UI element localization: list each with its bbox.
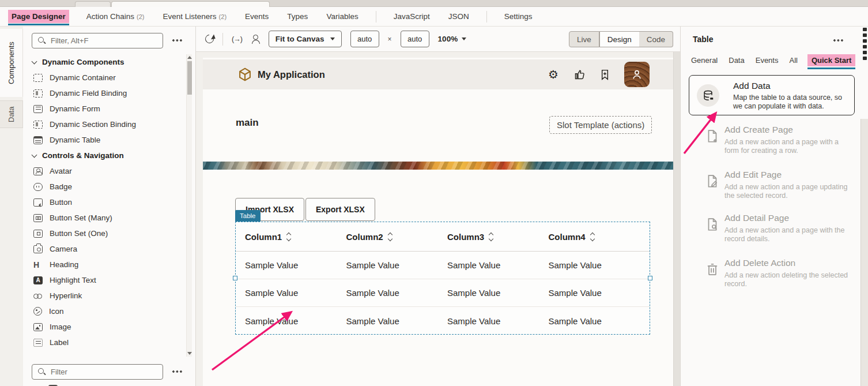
button-set-many-icon (33, 214, 43, 222)
table-header-row: Column1 Column2 Column3 Column4 (236, 222, 650, 252)
structure-filter-input[interactable] (51, 368, 149, 376)
tab-javascript[interactable]: JavaScript (393, 10, 431, 23)
inspector-scrollbar[interactable] (861, 119, 868, 386)
canvas-height-input[interactable] (401, 31, 429, 47)
app-header-bar[interactable]: My Application ⚙ (203, 59, 673, 89)
live-preview-icon[interactable] (232, 35, 242, 43)
section-dynamic-components[interactable]: Dynamic Components (23, 54, 188, 70)
component-dynamic-section-binding[interactable]: Dynamic Section Binding (23, 117, 188, 132)
edit-page-icon (705, 174, 720, 189)
zoom-dropdown[interactable]: 100% (438, 35, 467, 43)
thumbs-up-icon[interactable] (573, 69, 586, 81)
tab-page-designer[interactable]: Page Designer (8, 10, 69, 23)
column-header[interactable]: Column1 (245, 232, 346, 242)
palette-scrollbar[interactable] (186, 54, 192, 357)
table-row[interactable]: Sample ValueSample ValueSample ValueSamp… (236, 252, 650, 279)
table-row[interactable]: Sample ValueSample ValueSample ValueSamp… (236, 279, 650, 307)
column-header[interactable]: Column3 (447, 232, 549, 242)
user-avatar[interactable] (624, 62, 650, 87)
inspector-tab-quick-start[interactable]: Quick Start (807, 54, 855, 66)
tab-events[interactable]: Events (244, 10, 270, 23)
palette-filter[interactable] (32, 33, 163, 48)
inspector-tab-data[interactable]: Data (727, 54, 745, 66)
mode-code-button[interactable]: Code (639, 31, 673, 47)
tab-settings[interactable]: Settings (503, 10, 534, 23)
inspector-tab-events[interactable]: Events (754, 54, 780, 66)
canvas-toolbar: Fit to Canvas × 100% Live Design Code (196, 27, 680, 52)
selection-handle-right[interactable] (648, 276, 652, 280)
page-heading[interactable]: main (236, 117, 259, 129)
component-image[interactable]: Image (23, 319, 188, 335)
component-button-set-one[interactable]: Button Set (One) (23, 226, 188, 241)
tab-event-listeners[interactable]: Event Listeners(2) (162, 10, 228, 23)
rail-tab-data[interactable]: Data (0, 100, 23, 128)
scroll-down-icon[interactable] (187, 352, 192, 355)
selection-tag: Table (235, 210, 261, 222)
bookmark-icon[interactable] (599, 69, 611, 81)
table-component[interactable]: Column1 Column2 Column3 Column4 Sample V… (235, 222, 650, 335)
tab-action-chains[interactable]: Action Chains(2) (85, 10, 146, 23)
property-inspector: Table General Data Events All Quick Star… (680, 27, 868, 386)
tab-count: (2) (219, 13, 227, 21)
search-icon (37, 368, 46, 376)
component-dynamic-field-binding[interactable]: Dynamic Field Binding (23, 85, 188, 101)
scroll-up-icon[interactable] (187, 56, 192, 59)
fit-to-canvas-dropdown[interactable]: Fit to Canvas (269, 31, 342, 47)
slot-template-actions[interactable]: Slot Template (actions) (549, 116, 652, 134)
canvas-width-input[interactable] (350, 31, 379, 47)
sort-icon[interactable] (388, 233, 392, 241)
column-header[interactable]: Column4 (549, 232, 650, 242)
mode-live-button[interactable]: Live (569, 31, 599, 47)
designed-page[interactable]: My Application ⚙ main Slot Template (act… (203, 58, 673, 386)
component-button-set-many[interactable]: Button Set (Many) (23, 210, 188, 226)
refresh-icon[interactable] (203, 33, 216, 45)
left-rail: Components Data (0, 27, 23, 386)
structure-overflow-menu-icon[interactable] (172, 370, 183, 373)
structure-item-clipped[interactable] (23, 381, 188, 386)
tab-types[interactable]: Types (286, 10, 309, 23)
sort-icon[interactable] (489, 233, 493, 241)
inspector-tab-all[interactable]: All (788, 54, 798, 66)
component-icon[interactable]: Icon (23, 303, 188, 319)
export-xlsx-button[interactable]: Export XLSX (305, 198, 375, 221)
chevron-down-icon (462, 38, 466, 40)
gear-icon[interactable]: ⚙ (548, 69, 560, 81)
section-controls-navigation[interactable]: Controls & Navigation (23, 148, 188, 163)
tab-variables[interactable]: Variables (325, 10, 359, 23)
component-avatar[interactable]: Avatar (23, 163, 188, 179)
sort-icon[interactable] (591, 233, 594, 241)
chevron-down-icon (330, 38, 335, 40)
component-highlight-text[interactable]: Highlight Text (23, 272, 188, 288)
table-row[interactable]: Sample ValueSample ValueSample ValueSamp… (236, 307, 650, 335)
column-header[interactable]: Column2 (346, 232, 448, 242)
document-tab-partial[interactable] (75, 1, 111, 7)
user-context-icon[interactable] (251, 35, 260, 44)
palette-overflow-menu-icon[interactable] (172, 39, 183, 42)
mode-design-button[interactable]: Design (599, 31, 639, 47)
inspector-tab-general[interactable]: General (690, 54, 719, 66)
component-button[interactable]: Button (23, 194, 188, 210)
inspector-overflow-menu-icon[interactable] (833, 39, 844, 42)
component-dynamic-container[interactable]: Dynamic Container (23, 70, 188, 85)
scrollbar-thumb[interactable] (187, 61, 192, 95)
component-dynamic-form[interactable]: Dynamic Form (23, 101, 188, 117)
document-tab-active[interactable] (111, 1, 270, 7)
add-page-icon (705, 129, 720, 144)
component-camera[interactable]: Camera (23, 241, 188, 257)
structure-filter[interactable] (32, 364, 163, 380)
quick-start-add-data[interactable]: Add Data Map the table to a data source,… (689, 75, 855, 115)
component-dynamic-table[interactable]: Dynamic Table (23, 132, 188, 148)
tab-json[interactable]: JSON (447, 10, 470, 23)
palette-filter-input[interactable] (51, 36, 149, 45)
chevron-down-icon (32, 58, 37, 64)
collapsed-edge-tab[interactable] (863, 28, 868, 65)
avatar-icon (33, 167, 43, 175)
sort-icon[interactable] (287, 233, 290, 241)
rail-tab-components[interactable]: Components (0, 29, 23, 97)
selection-handle-left[interactable] (233, 276, 237, 280)
component-heading[interactable]: Heading (23, 257, 188, 272)
component-badge[interactable]: Badge (23, 179, 188, 194)
component-label[interactable]: Label (23, 335, 188, 350)
inspector-tabs: General Data Events All Quick Start (690, 54, 855, 66)
component-hyperlink[interactable]: Hyperlink (23, 288, 188, 303)
